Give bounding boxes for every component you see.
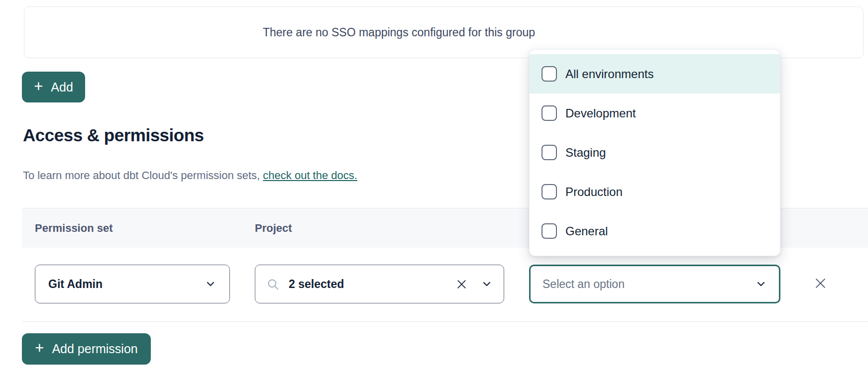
add-button-label: Add <box>51 80 73 95</box>
page-title: Access & permissions <box>23 125 204 145</box>
add-permission-label: Add permission <box>52 342 137 356</box>
docs-link[interactable]: check out the docs. <box>263 169 357 182</box>
dropdown-option-production[interactable]: Production <box>530 172 780 211</box>
project-multiselect[interactable]: 2 selected <box>255 265 504 303</box>
plus-icon: + <box>34 79 43 94</box>
option-label: Development <box>565 106 636 120</box>
add-permission-button[interactable]: + Add permission <box>22 333 151 365</box>
option-label: Production <box>565 185 623 199</box>
clear-selection-x-icon[interactable] <box>455 278 468 290</box>
group-settings-page: There are no SSO mappings configured for… <box>0 0 868 384</box>
permission-set-value: Git Admin <box>48 278 103 291</box>
checkbox[interactable] <box>542 66 557 82</box>
chevron-down-icon <box>755 278 767 290</box>
permission-row: Git Admin 2 selected Select an option <box>22 248 868 322</box>
checkbox[interactable] <box>542 184 557 199</box>
dropdown-option-development[interactable]: Development <box>530 94 780 133</box>
checkbox[interactable] <box>542 223 557 239</box>
search-icon <box>266 278 280 291</box>
permission-set-select[interactable]: Git Admin <box>35 265 230 303</box>
sso-empty-message: There are no SSO mappings configured for… <box>263 26 535 39</box>
option-label: All environments <box>565 67 653 81</box>
column-header-project: Project <box>255 222 292 235</box>
x-icon <box>814 277 827 290</box>
section-description: To learn more about dbt Cloud's permissi… <box>23 169 357 182</box>
environment-option-list: All environmentsDevelopmentStagingProduc… <box>530 54 780 251</box>
chevron-down-icon <box>481 278 493 290</box>
description-text: To learn more about dbt Cloud's permissi… <box>23 169 263 182</box>
option-label: General <box>565 224 608 238</box>
project-selected-count: 2 selected <box>289 278 344 291</box>
environment-placeholder: Select an option <box>542 278 625 291</box>
environment-dropdown: All environmentsDevelopmentStagingProduc… <box>529 49 780 256</box>
plus-icon: + <box>35 340 44 356</box>
remove-row-button[interactable] <box>808 271 832 295</box>
dropdown-option-general[interactable]: General <box>530 211 780 251</box>
checkbox[interactable] <box>542 145 557 160</box>
add-sso-mapping-button[interactable]: + Add <box>22 72 85 102</box>
chevron-down-icon <box>205 278 217 290</box>
environment-select[interactable]: Select an option <box>529 265 780 303</box>
column-header-permission-set: Permission set <box>35 222 113 235</box>
dropdown-option-all-environments[interactable]: All environments <box>530 54 780 94</box>
dropdown-option-staging[interactable]: Staging <box>530 133 780 172</box>
option-label: Staging <box>565 146 606 160</box>
checkbox[interactable] <box>542 105 557 121</box>
